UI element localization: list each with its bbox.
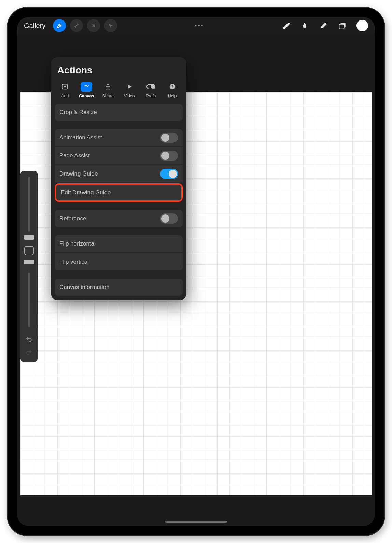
wrench-icon [56, 23, 62, 29]
row-reference[interactable]: Reference [55, 210, 183, 227]
brush-size-slider[interactable] [28, 177, 30, 232]
tab-add-label: Add [61, 94, 69, 98]
tab-prefs[interactable]: Prefs [140, 81, 161, 100]
tab-video-label: Video [124, 94, 135, 98]
layers-icon [338, 21, 347, 30]
layers-button[interactable] [338, 21, 347, 30]
row-flipv-label: Flip vertical [59, 259, 89, 265]
row-reference-label: Reference [59, 215, 86, 222]
redo-button[interactable] [25, 349, 33, 356]
row-page-assist[interactable]: Page Assist [55, 147, 183, 164]
row-anim-label: Animation Assist [59, 134, 102, 141]
tab-add[interactable]: Add [55, 81, 75, 100]
undo-button[interactable] [25, 336, 33, 343]
canvas-area[interactable]: Actions Add Canvas Share [17, 38, 375, 495]
tab-canvas-label: Canvas [79, 94, 94, 98]
tab-share-label: Share [102, 94, 113, 98]
screen: Gallery ••• [17, 17, 375, 526]
modify-menu-button[interactable]: ••• [118, 22, 280, 29]
left-sidebar [20, 171, 38, 362]
tab-help-label: Help [168, 94, 177, 98]
tab-video[interactable]: Video [119, 81, 140, 100]
top-toolbar: Gallery ••• [17, 17, 375, 34]
transform-button[interactable] [104, 19, 117, 32]
selection-button[interactable] [87, 19, 100, 32]
brush-size-handle[interactable] [24, 235, 34, 240]
row-flip-vertical[interactable]: Flip vertical [55, 253, 183, 270]
row-info-label: Canvas information [59, 284, 109, 291]
opacity-slider[interactable] [28, 273, 30, 327]
help-icon: ? [169, 83, 176, 90]
ipad-frame: Gallery ••• [7, 7, 385, 536]
selection-s-icon [91, 23, 96, 28]
eraser-icon [319, 21, 328, 30]
row-guide-label: Drawing Guide [59, 170, 98, 177]
row-flip-horizontal[interactable]: Flip horizontal [55, 235, 183, 252]
tab-canvas[interactable]: Canvas [76, 81, 97, 100]
actions-panel: Actions Add Canvas Share [51, 57, 186, 300]
brush-button[interactable] [281, 21, 290, 30]
row-fliph-label: Flip horizontal [59, 240, 96, 247]
bottom-bar [17, 495, 375, 526]
gallery-button[interactable]: Gallery [20, 20, 49, 32]
row-drawing-guide[interactable]: Drawing Guide [55, 165, 183, 182]
panel-tabs: Add Canvas Share Video [51, 79, 186, 104]
toggle-reference[interactable] [160, 213, 178, 224]
tab-share[interactable]: Share [98, 81, 118, 100]
row-animation-assist[interactable]: Animation Assist [55, 129, 183, 146]
toggle-drawing-guide[interactable] [160, 169, 178, 179]
opacity-handle[interactable] [24, 260, 34, 264]
tab-help[interactable]: ? Help [162, 81, 183, 100]
row-canvas-information[interactable]: Canvas information [55, 279, 183, 296]
toggle-animation-assist[interactable] [160, 133, 178, 143]
color-swatch-button[interactable] [356, 20, 368, 31]
prefs-toggle-icon [146, 84, 156, 90]
row-crop-resize[interactable]: Crop & Resize [55, 104, 183, 121]
adjustments-button[interactable] [70, 19, 83, 32]
row-page-label: Page Assist [59, 152, 90, 159]
svg-point-5 [151, 85, 154, 88]
tab-prefs-label: Prefs [146, 94, 156, 98]
play-icon [126, 83, 133, 90]
smudge-icon [300, 21, 309, 30]
smudge-button[interactable] [300, 21, 309, 30]
toggle-page-assist[interactable] [160, 151, 178, 161]
brush-icon [281, 21, 290, 30]
undo-icon [25, 336, 33, 343]
add-icon [61, 83, 69, 90]
canvas-icon [83, 83, 90, 90]
actions-wrench-button[interactable] [53, 19, 66, 32]
svg-text:?: ? [171, 84, 173, 89]
eraser-button[interactable] [319, 21, 328, 30]
svg-rect-1 [339, 24, 344, 29]
wand-icon [73, 23, 80, 29]
row-crop-label: Crop & Resize [59, 109, 97, 116]
panel-title: Actions [51, 57, 186, 79]
redo-icon [25, 349, 33, 356]
share-icon [104, 83, 111, 90]
arrow-cursor-icon [108, 23, 114, 29]
row-edit-drawing-guide[interactable]: Edit Drawing Guide [55, 183, 183, 202]
home-indicator[interactable] [165, 521, 227, 523]
modify-square-button[interactable] [24, 246, 34, 255]
row-edit-guide-label: Edit Drawing Guide [61, 189, 111, 196]
